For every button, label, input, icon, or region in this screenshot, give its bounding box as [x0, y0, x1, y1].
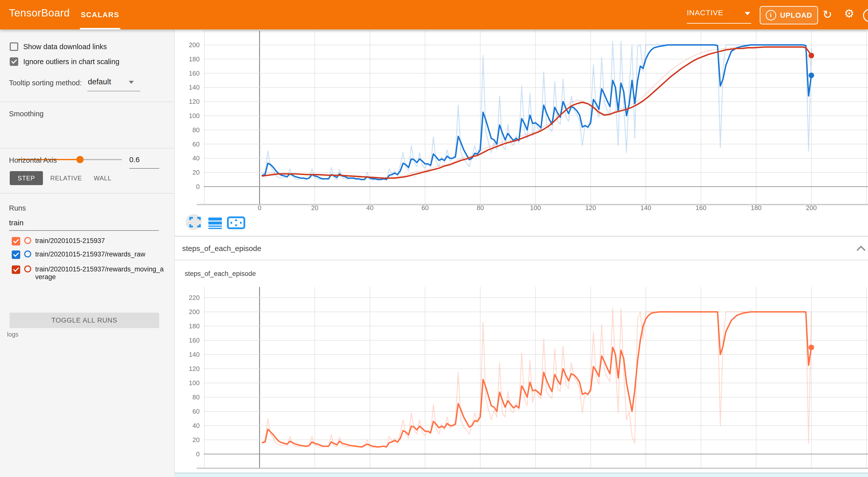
select-underline	[87, 91, 140, 91]
y-tick-label: 60	[192, 140, 200, 148]
section-header-steps-of-each-episode[interactable]: steps_of_each_episode	[174, 237, 868, 260]
y-tick-label: 80	[192, 393, 200, 401]
y-tick-label: 0	[196, 450, 200, 458]
run-color-ring-icon[interactable]	[24, 237, 31, 244]
runs-filter-underline	[9, 230, 159, 231]
run-label: train/20201015-215937/rewards_moving_ave…	[35, 265, 165, 281]
x-tick-label: 140	[641, 204, 651, 212]
run-color-ring-icon[interactable]	[24, 265, 31, 273]
steps-of-each-episode-chart[interactable]: 020406080100120140160180200220	[174, 261, 868, 473]
smoothing-value-input[interactable]: 0.6	[129, 155, 159, 164]
y-tick-label: 200	[189, 308, 200, 316]
y-tick-label: 40	[192, 422, 200, 430]
data-table-icon[interactable]	[208, 218, 222, 229]
tab-active-underline	[80, 28, 120, 29]
show-download-links-row[interactable]: Show data download links	[10, 42, 107, 51]
divider	[174, 260, 868, 260]
y-tick-label: 20	[192, 169, 200, 176]
y-tick-label: 120	[189, 98, 200, 105]
axis-button-step[interactable]: STEP	[10, 171, 43, 185]
smoothing-value-underline	[129, 168, 159, 169]
x-tick-label: 200	[806, 204, 816, 212]
settings-gear-icon[interactable]: ⚙	[844, 6, 854, 21]
run-row[interactable]: train/20201015-215937/rewards_raw	[12, 251, 165, 259]
check-icon	[13, 237, 19, 243]
series-end-dot	[809, 73, 814, 78]
y-tick-label: 40	[192, 154, 200, 162]
info-icon: i	[766, 10, 776, 21]
y-tick-label: 140	[189, 351, 200, 358]
upload-button[interactable]: i UPLOAD	[760, 6, 818, 25]
chevron-down-icon	[129, 81, 134, 84]
settings-sidebar: Show data download links Ignore outliers…	[0, 29, 175, 477]
y-tick-label: 180	[189, 55, 200, 63]
series-line	[262, 312, 811, 447]
status-dropdown-underline	[687, 23, 751, 24]
run-row[interactable]: train/20201015-215937/rewards_moving_ave…	[12, 265, 165, 281]
y-tick-label: 180	[189, 322, 200, 330]
x-tick-label: 40	[366, 204, 374, 212]
checkbox-unchecked[interactable]	[10, 42, 18, 51]
runs-filter-input[interactable]: train	[9, 219, 24, 227]
tensorboard-app: TensorBoard SCALARS INACTIVE i UPLOAD ↻ …	[0, 0, 868, 477]
logs-label: logs	[7, 331, 19, 338]
runs-label: Runs	[9, 204, 26, 212]
x-tick-label: 160	[695, 204, 706, 212]
horizontal-axis-label: Horizontal Axis	[9, 156, 57, 164]
run-checkbox[interactable]	[12, 265, 20, 274]
icon-hover-circle	[186, 214, 202, 230]
axis-button-wall[interactable]: WALL	[89, 171, 116, 185]
chevron-down-icon	[745, 12, 750, 15]
checkbox-checked[interactable]	[10, 57, 18, 66]
check-icon	[11, 58, 17, 64]
help-icon[interactable]: ?	[863, 9, 868, 22]
y-tick-label: 200	[189, 41, 200, 49]
rewards-chart[interactable]: 0204060801001201401601802000204060801001…	[174, 29, 868, 236]
y-tick-label: 220	[189, 294, 200, 301]
axis-button-relative[interactable]: RELATIVE	[48, 171, 84, 185]
checkbox-label: Show data download links	[23, 43, 107, 51]
y-tick-label: 160	[189, 337, 200, 344]
run-checkbox[interactable]	[12, 237, 20, 246]
series-line	[262, 308, 811, 448]
tooltip-sorting-select[interactable]: default	[88, 77, 111, 86]
run-color-ring-icon[interactable]	[24, 251, 31, 257]
y-tick-label: 100	[189, 112, 200, 120]
upload-button-label: UPLOAD	[780, 11, 812, 20]
y-tick-label: 140	[189, 84, 200, 91]
y-tick-label: 100	[189, 379, 200, 387]
smoothing-label: Smoothing	[9, 110, 44, 118]
y-tick-label: 120	[189, 365, 200, 373]
collapse-chevron-up-icon[interactable]	[856, 245, 867, 252]
smoothing-slider-thumb[interactable]	[76, 156, 84, 163]
app-title: TensorBoard	[9, 7, 70, 19]
series-end-dot	[809, 53, 814, 58]
run-row[interactable]: train/20201015-215937	[12, 237, 165, 246]
x-tick-label: 80	[477, 204, 484, 212]
y-tick-label: 0	[196, 183, 200, 190]
x-tick-label: 180	[751, 204, 762, 212]
tab-scalars[interactable]: SCALARS	[80, 0, 120, 29]
divider	[0, 148, 174, 149]
y-tick-label: 20	[192, 436, 200, 444]
status-dropdown[interactable]: INACTIVE	[687, 8, 751, 17]
run-checkbox[interactable]	[12, 251, 20, 259]
divider	[0, 193, 174, 194]
x-tick-label: 0	[258, 204, 261, 212]
check-icon	[13, 251, 19, 257]
section-title: steps_of_each_episode	[182, 244, 261, 253]
tooltip-sorting-label: Tooltip sorting method:	[9, 79, 82, 87]
run-label: train/20201015-215937	[35, 237, 165, 245]
x-tick-label: 100	[530, 204, 541, 212]
divider	[0, 101, 174, 102]
check-icon	[13, 266, 19, 272]
toggle-all-runs-button[interactable]: TOGGLE ALL RUNS	[9, 313, 159, 328]
ignore-outliers-row[interactable]: Ignore outliers in chart scaling	[10, 57, 119, 66]
refresh-icon[interactable]: ↻	[823, 7, 832, 22]
y-tick-label: 160	[189, 70, 200, 77]
run-label: train/20201015-215937/rewards_raw	[35, 251, 165, 258]
fit-domain-icon[interactable]	[228, 217, 244, 228]
series-end-dot	[809, 345, 814, 350]
x-tick-label: 60	[422, 204, 429, 212]
app-header: TensorBoard SCALARS INACTIVE i UPLOAD ↻ …	[0, 0, 868, 29]
